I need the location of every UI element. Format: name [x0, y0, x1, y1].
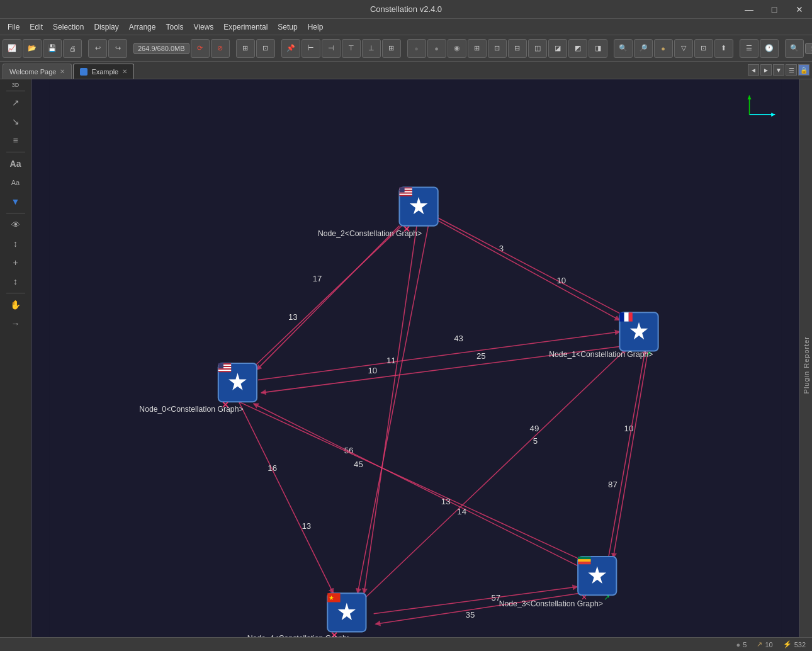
color7-button[interactable]: ◫ — [528, 39, 547, 58]
nodes-status: ● 5 — [736, 641, 747, 648]
export-button[interactable]: ⬆ — [714, 39, 733, 58]
circle-button[interactable]: ● — [654, 39, 673, 58]
grid2-button[interactable]: ⊡ — [256, 39, 275, 58]
select-tool[interactable]: ↗ — [5, 94, 26, 111]
svg-text:13: 13 — [288, 312, 298, 322]
minimize-button[interactable]: — — [736, 0, 762, 19]
color1-button[interactable]: ● — [407, 39, 426, 58]
color9-button[interactable]: ◩ — [568, 39, 587, 58]
attrs-status: ⚡ 532 — [783, 640, 806, 648]
color8-button[interactable]: ◪ — [548, 39, 567, 58]
hand-tool[interactable]: ✋ — [5, 296, 26, 314]
stop-button[interactable]: ⊘ — [211, 39, 230, 58]
eye-tool[interactable]: 👁 — [5, 216, 26, 234]
node3-label: Node_3<Constellation Graph> — [499, 599, 603, 608]
menu-item-arrange[interactable]: Arrange — [124, 21, 161, 33]
grid-button[interactable]: ⊞ — [236, 39, 255, 58]
arrange3-button[interactable]: ⊤ — [342, 39, 361, 58]
save-button[interactable]: 💾 — [43, 39, 62, 58]
menu-item-tools[interactable]: Tools — [161, 21, 188, 33]
svg-rect-60 — [218, 370, 231, 371]
left-toolbar: 3D ↗ ↘ ≡ Aa Aa ▼ 👁 ↕ + ↕ ✋ → — [0, 79, 31, 651]
tab-lock[interactable]: 🔒 — [798, 64, 809, 76]
attrs-icon: ⚡ — [783, 640, 792, 648]
color5-button[interactable]: ⊡ — [488, 39, 507, 58]
search-input[interactable] — [805, 43, 812, 54]
search-icon-button[interactable]: 🔍 — [785, 39, 804, 58]
menu-item-experimental[interactable]: Experimental — [218, 21, 273, 33]
svg-text:49: 49 — [530, 424, 539, 433]
menu-item-edit[interactable]: Edit — [25, 21, 48, 33]
svg-rect-65 — [578, 557, 590, 559]
arrange1-button[interactable]: ⊢ — [302, 39, 320, 58]
tab-next[interactable]: ► — [760, 64, 772, 76]
maximize-button[interactable]: □ — [762, 0, 787, 19]
zoom2-tool[interactable]: ↕ — [5, 273, 26, 290]
redo-button[interactable]: ↪ — [108, 39, 127, 58]
node0-label: Node_0<Constellation Graph> — [139, 405, 243, 414]
svg-text:★: ★ — [329, 594, 334, 601]
plugin-reporter-panel: Plugin Reporter — [799, 79, 812, 651]
arrange4-button[interactable]: ⊥ — [362, 39, 381, 58]
copy-button[interactable]: ⊡ — [694, 39, 713, 58]
undo-button[interactable]: ↩ — [88, 39, 107, 58]
zoom2-button[interactable]: 🔎 — [634, 39, 653, 58]
move-tool[interactable]: ↕ — [5, 235, 26, 252]
tab-welcome[interactable]: Welcome Page ✕ — [3, 64, 72, 79]
color10-button[interactable]: ◨ — [589, 39, 607, 58]
menu-item-help[interactable]: Help — [303, 21, 329, 33]
arrow-tool[interactable]: → — [5, 315, 26, 332]
refresh-button[interactable]: ⟳ — [191, 39, 210, 58]
fill-tool[interactable]: ▼ — [5, 193, 26, 210]
nodes-icon: ● — [736, 641, 741, 648]
clock-button[interactable]: 🕐 — [760, 39, 779, 58]
open-button[interactable]: 📂 — [23, 39, 42, 58]
svg-text:17: 17 — [313, 274, 322, 283]
tab-welcome-label: Welcome Page — [9, 68, 56, 76]
color3-button[interactable]: ◉ — [448, 39, 466, 58]
node-3[interactable]: ↗ ✕ — [578, 557, 616, 602]
zoom1-button[interactable]: 🔍 — [614, 39, 633, 58]
svg-text:↗: ↗ — [604, 593, 610, 602]
tab-example-close[interactable]: ✕ — [122, 68, 127, 75]
color2-button[interactable]: ● — [427, 39, 446, 58]
list-button[interactable]: ☰ — [740, 39, 758, 58]
lp-sep4 — [6, 293, 25, 293]
new-button[interactable]: 📈 — [3, 39, 21, 58]
pin-button[interactable]: 📌 — [281, 39, 300, 58]
menu-item-setup[interactable]: Setup — [273, 21, 302, 33]
arrange5-button[interactable]: ⊞ — [382, 39, 401, 58]
label-3d: 3D — [12, 82, 20, 88]
text2-tool[interactable]: Aa — [5, 174, 26, 191]
tab-example[interactable]: Example ✕ — [73, 64, 134, 79]
tab-prev[interactable]: ◄ — [748, 64, 759, 76]
tab-welcome-close[interactable]: ✕ — [60, 68, 65, 75]
menu-item-views[interactable]: Views — [188, 21, 218, 33]
svg-text:45: 45 — [354, 460, 363, 469]
menu-item-selection[interactable]: Selection — [48, 21, 89, 33]
paint-tool[interactable]: ≡ — [5, 132, 26, 149]
menu-item-display[interactable]: Display — [89, 21, 123, 33]
directselect-tool[interactable]: ↘ — [5, 113, 26, 130]
menubar: FileEditSelectionDisplayArrangeToolsView… — [0, 19, 812, 35]
statusbar: ● 5 ↗ 10 ⚡ 532 — [0, 637, 812, 651]
svg-rect-53 — [629, 312, 633, 321]
svg-text:14: 14 — [457, 507, 466, 516]
text1-tool[interactable]: Aa — [5, 155, 26, 173]
filter-button[interactable]: ▽ — [674, 39, 693, 58]
app-title: Constellation v2.4.0 — [370, 4, 442, 14]
color4-button[interactable]: ⊞ — [468, 39, 487, 58]
svg-text:5: 5 — [533, 436, 538, 446]
tab-dropdown[interactable]: ▼ — [773, 64, 784, 76]
titlebar: Constellation v2.4.0 — □ ✕ — [0, 0, 812, 19]
zoom-tool[interactable]: + — [5, 254, 26, 271]
graph-canvas[interactable]: 17 3 10 13 43 25 11 10 56 45 — [31, 79, 799, 651]
print-button[interactable]: 🖨 — [63, 39, 82, 58]
tab-menu[interactable]: ☰ — [786, 64, 797, 76]
svg-rect-46 — [399, 194, 412, 195]
color6-button[interactable]: ⊟ — [508, 39, 527, 58]
close-button[interactable]: ✕ — [787, 0, 812, 19]
arrange2-button[interactable]: ⊣ — [322, 39, 341, 58]
svg-rect-61 — [218, 363, 223, 368]
menu-item-file[interactable]: File — [3, 21, 25, 33]
